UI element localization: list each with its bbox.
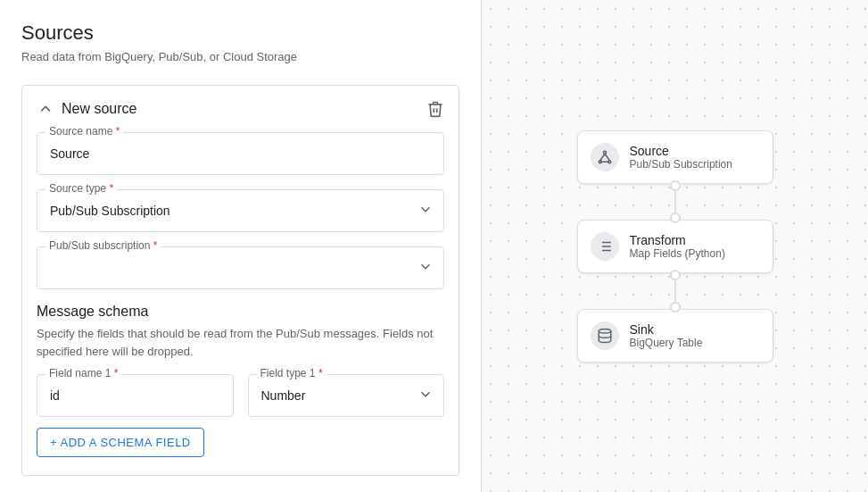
pubsub-field: Pub/Sub subscription * [37, 246, 444, 289]
collapse-icon[interactable] [37, 100, 54, 118]
transform-node-title: Transform [630, 233, 725, 247]
source-node-icon [591, 143, 619, 171]
field-name-label: Field name 1 * [45, 367, 121, 379]
new-source-section: New source Source name * Source t [21, 85, 459, 476]
section-title: New source [62, 101, 136, 117]
section-header-left: New source [37, 100, 136, 118]
right-panel: Source Pub/Sub Subscription Transform [482, 0, 868, 492]
source-node-subtitle: Pub/Sub Subscription [630, 158, 732, 171]
svg-line-4 [605, 154, 609, 161]
source-node-title: Source [630, 144, 732, 158]
message-schema-section: Message schema Specify the fields that s… [37, 304, 444, 457]
transform-node-subtitle: Map Fields (Python) [630, 247, 725, 260]
field-type-label: Field type 1 * [257, 367, 327, 379]
source-node-info: Source Pub/Sub Subscription [630, 144, 732, 171]
field-name-input[interactable] [37, 374, 234, 417]
schema-row: Field name 1 * Field type 1 * Number Str [37, 374, 444, 417]
left-panel: Sources Read data from BigQuery, Pub/Sub… [0, 0, 482, 492]
source-name-input[interactable] [37, 132, 444, 175]
transform-node[interactable]: Transform Map Fields (Python) [577, 220, 773, 273]
schema-title: Message schema [37, 304, 444, 320]
field-name-field: Field name 1 * [37, 374, 234, 417]
source-type-wrapper: Pub/Sub Subscription BigQuery Cloud Stor… [37, 189, 444, 232]
sink-node-icon [591, 321, 619, 350]
source-type-label: Source type * [45, 182, 117, 195]
delete-icon[interactable] [426, 100, 444, 118]
connector-2 [674, 273, 676, 309]
svg-point-12 [599, 329, 611, 333]
sink-node[interactable]: Sink BigQuery Table [577, 309, 773, 363]
add-schema-field-button[interactable]: + ADD A SCHEMA FIELD [37, 428, 204, 457]
pubsub-select[interactable] [37, 246, 444, 289]
pubsub-label: Pub/Sub subscription * [45, 239, 161, 252]
source-name-label: Source name * [45, 125, 123, 138]
pubsub-wrapper [37, 246, 444, 289]
transform-node-icon [591, 232, 619, 261]
add-schema-field-label: + ADD A SCHEMA FIELD [50, 436, 191, 449]
sink-node-title: Sink [630, 322, 703, 337]
svg-line-3 [599, 154, 604, 161]
field-type-field: Field type 1 * Number String Boolean [248, 374, 445, 417]
sink-node-info: Sink BigQuery Table [630, 322, 703, 349]
transform-node-info: Transform Map Fields (Python) [630, 233, 725, 260]
source-name-field: Source name * [37, 132, 444, 175]
field-type-select[interactable]: Number String Boolean [248, 374, 445, 417]
source-type-select[interactable]: Pub/Sub Subscription BigQuery Cloud Stor… [37, 189, 444, 232]
page-title: Sources [21, 21, 459, 45]
field-type-wrapper: Number String Boolean [248, 374, 445, 417]
section-header: New source [37, 100, 444, 118]
connector-1 [674, 184, 676, 220]
sink-node-subtitle: BigQuery Table [630, 337, 703, 349]
source-node[interactable]: Source Pub/Sub Subscription [577, 130, 773, 184]
source-type-field: Source type * Pub/Sub Subscription BigQu… [37, 189, 444, 232]
schema-description: Specify the fields that should be read f… [37, 325, 444, 360]
pipeline-diagram: Source Pub/Sub Subscription Transform [577, 130, 773, 363]
page-subtitle: Read data from BigQuery, Pub/Sub, or Clo… [21, 50, 459, 63]
svg-point-0 [603, 151, 606, 154]
